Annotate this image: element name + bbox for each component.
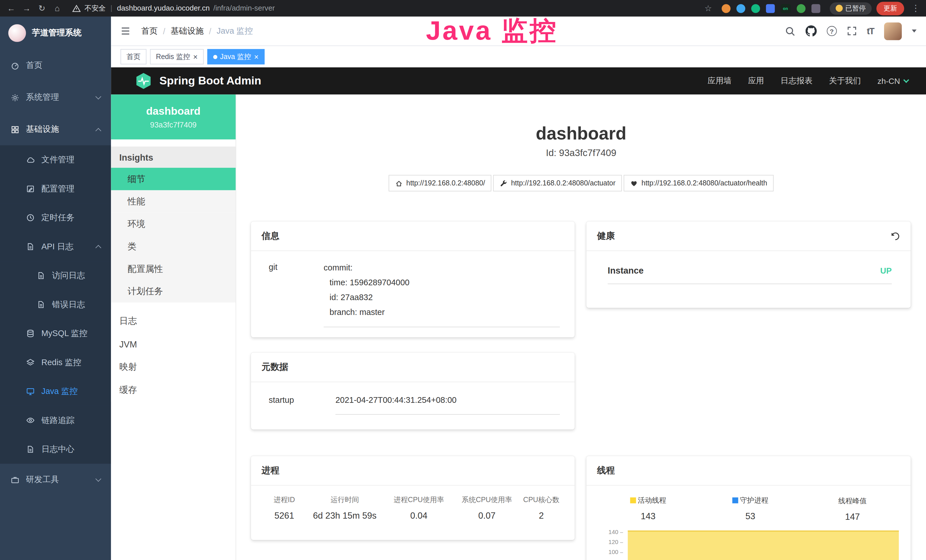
chrome-update-button[interactable]: 更新 <box>876 2 904 15</box>
chevron-down-icon <box>95 93 101 99</box>
process-card-body: 进程ID 5261 运行时间 6d 23h 15m 59s 进程CPU使用率 0… <box>251 486 575 520</box>
caret-down-icon[interactable] <box>912 30 917 33</box>
briefcase-icon <box>11 475 20 484</box>
chevron-down-icon <box>95 475 101 481</box>
sidebar-item-java-monitor[interactable]: Java 监控 <box>0 377 111 406</box>
admin-sidebar: 芋道管理系统 首页 系统管理 基础设施 文件管理 <box>0 17 111 560</box>
user-avatar[interactable] <box>884 22 902 40</box>
actuator-url-link[interactable]: http://192.168.0.2:48080/actuator <box>493 175 622 191</box>
sba-nav-about[interactable]: 关于我们 <box>829 76 861 86</box>
extension-icon-4[interactable] <box>766 4 775 12</box>
sba-item-caches[interactable]: 缓存 <box>111 378 236 402</box>
y-axis-tick: 100 <box>601 549 618 555</box>
profile-paused-chip[interactable]: 已暂停 <box>829 2 872 14</box>
info-card: 信息 git commit: time: 1596289704000 id: 2… <box>251 222 575 338</box>
sba-item-environment[interactable]: 环境 <box>111 212 236 235</box>
extension-icon-5[interactable] <box>796 4 805 12</box>
sidebar-item-scheduled-jobs[interactable]: 定时任务 <box>0 203 111 232</box>
sidebar-item-log-center[interactable]: 日志中心 <box>0 435 111 463</box>
threads-legend: 活动线程 143 守护进程 53 线程峰值 14 <box>597 495 904 522</box>
sba-section-insights: Insights <box>111 147 236 168</box>
sba-sidebar: dashboard 93a3fc7f7409 Insights 细节 性能 环境… <box>111 94 236 560</box>
sidebar-item-dev-tools[interactable]: 研发工具 <box>0 464 111 496</box>
page-title: dashboard <box>236 123 926 144</box>
eye-icon <box>26 416 35 425</box>
metadata-key: startup <box>269 395 335 415</box>
health-card-body: Instance UP <box>586 251 911 284</box>
sba-locale-select[interactable]: zh-CN <box>878 76 908 85</box>
font-size-icon[interactable]: tT <box>867 26 874 36</box>
info-card-body: git commit: time: 1596289704000 id: 27aa… <box>251 251 575 327</box>
sidebar-item-tracing[interactable]: 链路追踪 <box>0 406 111 435</box>
sidebar-item-redis-monitor[interactable]: Redis 监控 <box>0 348 111 377</box>
app-logo[interactable]: 芋道管理系统 <box>0 17 111 50</box>
clock-icon <box>26 213 35 222</box>
sba-nav-applications[interactable]: 应用 <box>748 76 764 86</box>
breadcrumb-section[interactable]: 基础设施 <box>171 26 204 36</box>
url-path: /infra/admin-server <box>213 4 275 12</box>
extension-icon-6[interactable] <box>811 4 820 12</box>
sidebar-item-mysql-monitor[interactable]: MySQL 监控 <box>0 319 111 348</box>
threads-area-series <box>628 531 899 560</box>
health-url-link[interactable]: http://192.168.0.2:48080/actuator/health <box>624 175 774 191</box>
breadcrumb-home[interactable]: 首页 <box>141 26 158 36</box>
sba-nav-wallboard[interactable]: 应用墙 <box>708 76 731 86</box>
sidebar-item-access-logs[interactable]: 访问日志 <box>0 261 111 290</box>
search-icon[interactable] <box>785 26 795 36</box>
sba-item-jvm[interactable]: JVM <box>111 333 236 356</box>
tab-home[interactable]: 首页 <box>120 49 146 65</box>
extension-icon-1[interactable] <box>721 4 730 12</box>
browser-menu-icon[interactable]: ⋮ <box>911 3 920 14</box>
extension-icon-2[interactable] <box>736 4 745 12</box>
document-icon <box>36 300 45 309</box>
sidebar-item-system[interactable]: 系统管理 <box>0 82 111 114</box>
close-icon[interactable]: × <box>193 53 198 61</box>
sba-item-classes[interactable]: 类 <box>111 235 236 257</box>
sba-item-mappings[interactable]: 映射 <box>111 356 236 379</box>
y-axis-tickmark <box>620 542 623 543</box>
sba-item-scheduled-tasks[interactable]: 计划任务 <box>111 280 236 303</box>
header-actions: ? tT <box>785 22 917 40</box>
spring-boot-admin: Spring Boot Admin 应用墙 应用 日志报表 关于我们 zh-CN <box>111 67 926 560</box>
screen: ← → ↻ ⌂ 不安全 | dashboard.yudao.iocoder.cn… <box>0 0 926 560</box>
sba-item-details[interactable]: 细节 <box>111 168 236 190</box>
sba-nav-journal[interactable]: 日志报表 <box>781 76 813 86</box>
extension-icon-on[interactable]: on <box>781 4 791 12</box>
sidebar-item-error-logs[interactable]: 错误日志 <box>0 290 111 319</box>
database-icon <box>26 329 35 338</box>
address-bar[interactable]: 不安全 | dashboard.yudao.iocoder.cn/infra/a… <box>72 3 275 13</box>
sba-main: dashboard Id: 93a3fc7f7409 http://192.16… <box>236 94 926 560</box>
tab-redis-monitor[interactable]: Redis 监控 × <box>150 49 204 65</box>
back-icon[interactable]: ← <box>6 0 17 17</box>
active-dot-icon <box>213 55 217 59</box>
home-icon[interactable]: ⌂ <box>52 0 62 17</box>
breadcrumb-current: Java 监控 <box>217 26 253 36</box>
sba-item-config-props[interactable]: 配置属性 <box>111 257 236 280</box>
sba-item-metrics[interactable]: 性能 <box>111 190 236 213</box>
url-separator: | <box>110 4 112 12</box>
reload-icon[interactable]: ↻ <box>36 0 47 17</box>
sidebar-item-config-management[interactable]: 配置管理 <box>0 174 111 203</box>
process-card-title: 进程 <box>251 456 575 486</box>
sba-item-loggers[interactable]: 日志 <box>111 310 236 333</box>
github-icon[interactable] <box>805 26 817 36</box>
gear-icon <box>11 93 20 102</box>
close-icon[interactable]: × <box>254 53 259 61</box>
extension-icon-3[interactable] <box>751 4 760 12</box>
sba-instance-header[interactable]: dashboard 93a3fc7f7409 <box>111 94 236 139</box>
bookmark-star-icon[interactable]: ☆ <box>704 3 712 13</box>
fullscreen-icon[interactable] <box>847 26 857 36</box>
sidebar-item-file-management[interactable]: 文件管理 <box>0 145 111 174</box>
process-col-process-cpu: 进程CPU使用率 0.04 <box>383 495 455 520</box>
forward-icon[interactable]: → <box>21 0 32 17</box>
history-icon[interactable] <box>891 232 900 241</box>
paused-label: 已暂停 <box>845 4 865 12</box>
hamburger-icon[interactable] <box>120 26 130 36</box>
sidebar-item-home[interactable]: 首页 <box>0 50 111 82</box>
browser-toolbar: ← → ↻ ⌂ 不安全 | dashboard.yudao.iocoder.cn… <box>0 0 926 17</box>
service-url-link[interactable]: http://192.168.0.2:48080/ <box>389 175 492 191</box>
sidebar-item-api-logs[interactable]: API 日志 <box>0 232 111 261</box>
tab-java-monitor[interactable]: Java 监控 × <box>207 49 264 65</box>
sidebar-item-infrastructure[interactable]: 基础设施 <box>0 114 111 145</box>
help-icon[interactable]: ? <box>827 26 837 36</box>
